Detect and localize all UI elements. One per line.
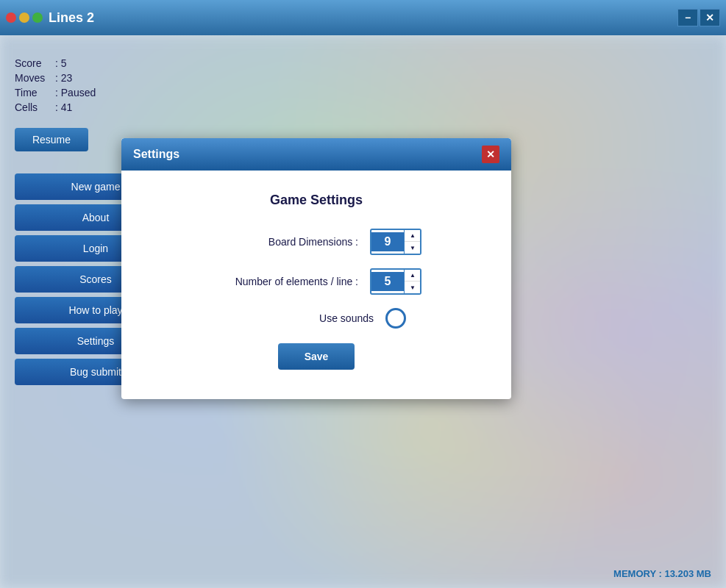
title-bar: Lines 2 − ✕	[0, 0, 726, 35]
score-row: Score : 5	[15, 57, 199, 69]
board-dimensions-down-button[interactable]: ▼	[405, 242, 421, 254]
board-dimensions-label: Board Dimensions :	[211, 236, 358, 248]
moves-value: : 23	[55, 72, 72, 84]
use-sounds-row: Use sounds	[151, 308, 482, 329]
resume-button[interactable]: Resume	[15, 128, 88, 151]
section-title: Game Settings	[151, 193, 482, 208]
time-label: Time	[15, 87, 55, 98]
elements-per-line-up-button[interactable]: ▲	[405, 270, 421, 282]
modal-close-button[interactable]: ✕	[482, 146, 499, 163]
window-controls: − ✕	[677, 9, 720, 26]
use-sounds-label: Use sounds	[227, 312, 374, 324]
board-dimensions-input[interactable]	[371, 232, 404, 251]
moves-row: Moves : 23	[15, 72, 199, 84]
use-sounds-toggle[interactable]	[385, 308, 406, 329]
title-bar-left: Lines 2	[6, 10, 94, 26]
maximize-dot-icon	[32, 12, 43, 23]
modal-header: Settings ✕	[121, 138, 511, 171]
settings-dialog: Settings ✕ Game Settings Board Dimension…	[121, 138, 511, 399]
board-dimensions-up-button[interactable]: ▲	[405, 230, 421, 242]
traffic-lights	[6, 12, 43, 23]
time-value: : Paused	[55, 87, 96, 98]
minimize-dot-icon	[19, 12, 29, 23]
memory-status: MEMORY : 13.203 MB	[613, 568, 711, 579]
close-button[interactable]: ✕	[700, 9, 720, 26]
elements-per-line-down-button[interactable]: ▼	[405, 282, 421, 293]
cells-value: : 41	[55, 101, 72, 113]
elements-per-line-buttons: ▲ ▼	[404, 270, 421, 293]
modal-title: Settings	[133, 148, 179, 161]
cells-row: Cells : 41	[15, 101, 199, 113]
time-row: Time : Paused	[15, 87, 199, 98]
save-button[interactable]: Save	[278, 343, 355, 370]
app-title: Lines 2	[49, 10, 94, 26]
elements-per-line-label: Number of elements / line :	[211, 276, 358, 287]
board-dimensions-row: Board Dimensions : ▲ ▼	[151, 229, 482, 255]
board-dimensions-spinner: ▲ ▼	[370, 229, 421, 255]
minimize-button[interactable]: −	[677, 9, 698, 26]
cells-label: Cells	[15, 101, 55, 113]
modal-body: Game Settings Board Dimensions : ▲ ▼ Num…	[121, 171, 511, 399]
elements-per-line-row: Number of elements / line : ▲ ▼	[151, 268, 482, 295]
moves-label: Moves	[15, 72, 55, 84]
stats-section: Score : 5 Moves : 23 Time : Paused Cells…	[15, 57, 199, 116]
close-dot-icon	[6, 12, 16, 23]
elements-per-line-input[interactable]	[371, 272, 404, 291]
elements-per-line-spinner: ▲ ▼	[370, 268, 421, 295]
score-label: Score	[15, 57, 55, 69]
score-value: : 5	[55, 57, 67, 69]
board-dimensions-buttons: ▲ ▼	[404, 230, 421, 254]
main-area: Score : 5 Moves : 23 Time : Paused Cells…	[0, 35, 726, 588]
